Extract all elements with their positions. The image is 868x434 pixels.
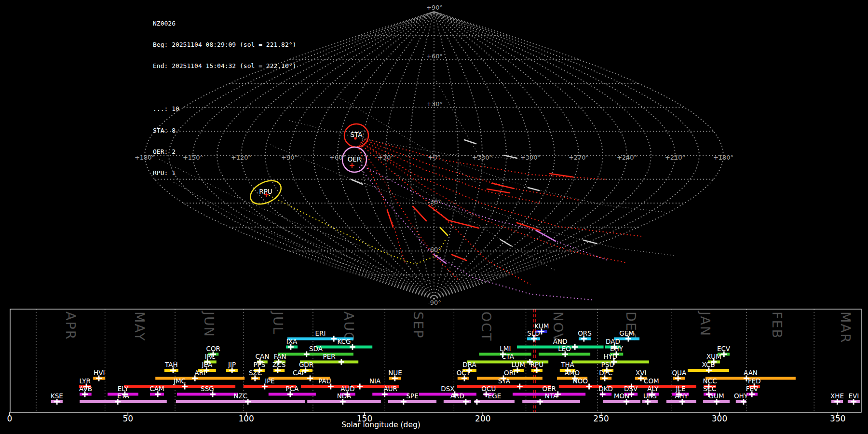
shower-label-XHE: XHE: [830, 392, 844, 400]
ra-grid-label: +0°: [428, 154, 440, 161]
begin-time-line: Beg: 20251104 08:29:09 (sol = 221.82°): [153, 41, 304, 49]
shower-label-KUM: KUM: [534, 322, 549, 330]
meteor-observation-screen: STAOERRPU+180°+150°+120°+90°+60°+30°+0°+…: [0, 0, 868, 434]
shower-label-ORI: ORI: [504, 369, 515, 377]
shower-label-FED: FED: [748, 377, 761, 385]
shower-label-GEM: GEM: [619, 329, 634, 337]
month-label-jan: JAN: [698, 311, 713, 337]
meteor-trail-gray: [289, 121, 521, 159]
ra-grid-label: +330°: [472, 154, 492, 161]
dec-grid-label: -30°: [428, 198, 441, 205]
month-label-sep: SEP: [411, 312, 426, 339]
meteor-trail-gray: [338, 96, 477, 183]
shower-bar-SSG: [177, 393, 238, 396]
shower-label-ETA: ETA: [117, 392, 130, 400]
end-time-line: End: 20251104 15:04:32 (sol = 222.10°): [153, 63, 304, 70]
shower-label-NUE: NUE: [388, 369, 402, 377]
shower-label-ECV: ECV: [717, 345, 731, 353]
meteor-trail-red: [364, 140, 579, 200]
shower-label-LUM: LUM: [512, 361, 525, 368]
month-label-oct: OCT: [479, 312, 494, 342]
shower-label-XUM: XUM: [706, 353, 721, 360]
ra-grid-label: +60°: [329, 154, 346, 161]
ra-grid-label: +210°: [665, 154, 685, 161]
meteor-streak-yellow: [440, 228, 448, 235]
meteor-streak-violet: [536, 231, 556, 241]
shower-labels: KUMERISLDORSGEMIXAKCGANDDADCORSDALMILEOE…: [51, 322, 859, 400]
dec-grid-label: +90°: [426, 4, 443, 11]
meteor-streak-gray: [583, 240, 597, 244]
x-axis-tick-label: 350: [830, 414, 845, 423]
count-row-rpu: RPU: 1: [153, 170, 304, 177]
ra-grid-label: +180°: [135, 154, 155, 161]
shower-bar-AUR: [372, 393, 408, 396]
meteor-streak-gray: [501, 240, 511, 246]
shower-label-TAH: TAH: [164, 361, 178, 368]
shower-label-THA: THA: [560, 361, 574, 368]
radiant-label-sta: STA: [350, 131, 363, 138]
shower-label-GDR: GDR: [299, 361, 313, 368]
ra-grid-label: +270°: [569, 154, 589, 161]
month-label-jul: JUL: [271, 311, 285, 335]
meteor-streak-red: [413, 206, 426, 221]
shower-label-PCA: PCA: [285, 385, 299, 393]
shower-label-SPE: SPE: [406, 392, 418, 400]
dec-grid-label: -60°: [428, 246, 441, 253]
meteor-trail-gray: [458, 164, 665, 212]
x-axis-tick-label: 100: [238, 414, 254, 423]
meteor-trail-red: [363, 141, 540, 203]
radiant-map-and-activity-chart: STAOERRPU+180°+150°+120°+90°+60°+30°+0°+…: [0, 0, 868, 434]
shower-bar-ETA: [80, 400, 167, 403]
x-axis-tick-label: 50: [122, 414, 133, 423]
shower-label-NTA: NTA: [545, 392, 558, 400]
shower-label-FEV: FEV: [746, 385, 759, 393]
meteor-streak-red: [429, 205, 479, 228]
shower-label-NIA: NIA: [369, 377, 381, 385]
shower-label-QUA: QUA: [672, 369, 687, 377]
shower-label-HVI: HVI: [94, 369, 105, 377]
count-row-oer: OER: 2: [153, 149, 304, 156]
shower-bar-JMC: [124, 385, 235, 388]
meteor-trail-yellow: [269, 195, 446, 264]
month-label-feb: FEB: [770, 312, 785, 339]
shower-label-GUM: GUM: [709, 392, 724, 400]
shower-label-ELY: ELY: [118, 385, 129, 393]
shower-label-DRA: DRA: [462, 361, 476, 368]
shower-label-OER: OER: [542, 385, 556, 393]
month-label-mar: MAR: [838, 312, 853, 344]
separator-line: ----------------------------------------: [153, 84, 304, 92]
shower-label-HYD: HYD: [603, 353, 617, 360]
shower-bar-STA: [457, 385, 551, 388]
shower-label-AVB: AVB: [79, 385, 92, 393]
ra-grid-label: +30°: [378, 154, 394, 161]
shower-label-AUR: AUR: [383, 385, 397, 393]
dec-grid-label: +30°: [426, 100, 443, 108]
grid-meridian: [434, 12, 675, 299]
shower-label-ARD: ARD: [450, 392, 464, 400]
activity-timeline: APRMAYJUNJULAUGSEPOCTNOVDECJANFEBMARKUME…: [7, 309, 861, 429]
meteor-trail-gray: [174, 182, 376, 275]
meteor-trail-gray: [482, 207, 675, 256]
dec-grid-label: -90°: [428, 299, 441, 306]
shower-label-LEO: LEO: [558, 345, 571, 353]
shower-label-MON: MON: [614, 392, 629, 400]
shower-label-IXA: IXA: [286, 338, 298, 345]
month-label-dec: DEC: [624, 312, 638, 342]
x-axis-tick-label: 250: [593, 414, 609, 423]
shower-label-URS: URS: [643, 392, 657, 400]
month-label-apr: APR: [63, 312, 78, 340]
shower-label-PAU: PAU: [318, 377, 331, 385]
shower-label-SCC: SCC: [703, 385, 716, 393]
shower-label-OHY: OHY: [734, 392, 748, 400]
shower-label-ORS: ORS: [578, 329, 592, 337]
count-row-sporadic: ...: 10: [153, 106, 304, 113]
count-row-sta: STA: 8: [153, 127, 304, 135]
x-axis-tick-label: 200: [475, 414, 490, 423]
shower-label-SSG: SSG: [201, 385, 214, 393]
shower-label-DKD: DKD: [598, 385, 613, 393]
shower-bar-DSX: [419, 393, 476, 396]
meteor-streak-gray: [464, 140, 476, 144]
shower-label-DAD: DAD: [606, 338, 620, 345]
shower-label-SLD: SLD: [527, 329, 540, 337]
shower-label-EHY: EHY: [610, 345, 624, 353]
